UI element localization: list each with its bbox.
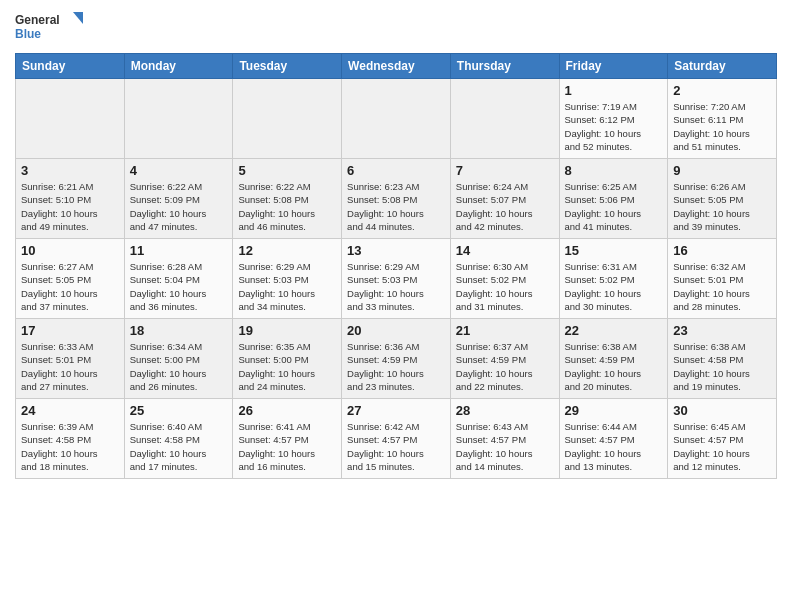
day-number: 29 (565, 403, 663, 418)
day-info: Sunrise: 6:31 AM Sunset: 5:02 PM Dayligh… (565, 260, 663, 313)
day-info: Sunrise: 6:38 AM Sunset: 4:59 PM Dayligh… (565, 340, 663, 393)
calendar-cell (450, 79, 559, 159)
day-number: 19 (238, 323, 336, 338)
day-info: Sunrise: 6:36 AM Sunset: 4:59 PM Dayligh… (347, 340, 445, 393)
calendar-cell: 5Sunrise: 6:22 AM Sunset: 5:08 PM Daylig… (233, 159, 342, 239)
day-number: 12 (238, 243, 336, 258)
day-info: Sunrise: 6:40 AM Sunset: 4:58 PM Dayligh… (130, 420, 228, 473)
calendar-cell: 3Sunrise: 6:21 AM Sunset: 5:10 PM Daylig… (16, 159, 125, 239)
calendar-cell: 24Sunrise: 6:39 AM Sunset: 4:58 PM Dayli… (16, 399, 125, 479)
calendar-cell: 15Sunrise: 6:31 AM Sunset: 5:02 PM Dayli… (559, 239, 668, 319)
day-number: 20 (347, 323, 445, 338)
day-number: 13 (347, 243, 445, 258)
page-header: General Blue (15, 10, 777, 45)
calendar-cell: 10Sunrise: 6:27 AM Sunset: 5:05 PM Dayli… (16, 239, 125, 319)
calendar-cell: 20Sunrise: 6:36 AM Sunset: 4:59 PM Dayli… (342, 319, 451, 399)
weekday-header-tuesday: Tuesday (233, 54, 342, 79)
day-info: Sunrise: 6:21 AM Sunset: 5:10 PM Dayligh… (21, 180, 119, 233)
calendar-cell (124, 79, 233, 159)
day-info: Sunrise: 6:38 AM Sunset: 4:58 PM Dayligh… (673, 340, 771, 393)
day-info: Sunrise: 6:34 AM Sunset: 5:00 PM Dayligh… (130, 340, 228, 393)
day-info: Sunrise: 6:27 AM Sunset: 5:05 PM Dayligh… (21, 260, 119, 313)
day-number: 18 (130, 323, 228, 338)
calendar-cell: 16Sunrise: 6:32 AM Sunset: 5:01 PM Dayli… (668, 239, 777, 319)
calendar-cell: 30Sunrise: 6:45 AM Sunset: 4:57 PM Dayli… (668, 399, 777, 479)
day-number: 21 (456, 323, 554, 338)
weekday-header-thursday: Thursday (450, 54, 559, 79)
calendar-cell: 28Sunrise: 6:43 AM Sunset: 4:57 PM Dayli… (450, 399, 559, 479)
day-number: 27 (347, 403, 445, 418)
weekday-header-wednesday: Wednesday (342, 54, 451, 79)
day-number: 9 (673, 163, 771, 178)
day-number: 1 (565, 83, 663, 98)
day-info: Sunrise: 6:41 AM Sunset: 4:57 PM Dayligh… (238, 420, 336, 473)
day-info: Sunrise: 6:44 AM Sunset: 4:57 PM Dayligh… (565, 420, 663, 473)
week-row-4: 17Sunrise: 6:33 AM Sunset: 5:01 PM Dayli… (16, 319, 777, 399)
calendar-table: SundayMondayTuesdayWednesdayThursdayFrid… (15, 53, 777, 479)
calendar-cell: 6Sunrise: 6:23 AM Sunset: 5:08 PM Daylig… (342, 159, 451, 239)
calendar-cell: 25Sunrise: 6:40 AM Sunset: 4:58 PM Dayli… (124, 399, 233, 479)
day-info: Sunrise: 6:30 AM Sunset: 5:02 PM Dayligh… (456, 260, 554, 313)
week-row-2: 3Sunrise: 6:21 AM Sunset: 5:10 PM Daylig… (16, 159, 777, 239)
calendar-cell: 29Sunrise: 6:44 AM Sunset: 4:57 PM Dayli… (559, 399, 668, 479)
day-info: Sunrise: 6:24 AM Sunset: 5:07 PM Dayligh… (456, 180, 554, 233)
day-info: Sunrise: 6:32 AM Sunset: 5:01 PM Dayligh… (673, 260, 771, 313)
day-number: 10 (21, 243, 119, 258)
day-number: 2 (673, 83, 771, 98)
day-number: 11 (130, 243, 228, 258)
day-info: Sunrise: 6:23 AM Sunset: 5:08 PM Dayligh… (347, 180, 445, 233)
day-number: 28 (456, 403, 554, 418)
weekday-header-sunday: Sunday (16, 54, 125, 79)
day-number: 24 (21, 403, 119, 418)
calendar-cell: 17Sunrise: 6:33 AM Sunset: 5:01 PM Dayli… (16, 319, 125, 399)
calendar-cell: 2Sunrise: 7:20 AM Sunset: 6:11 PM Daylig… (668, 79, 777, 159)
day-info: Sunrise: 6:35 AM Sunset: 5:00 PM Dayligh… (238, 340, 336, 393)
calendar-cell (233, 79, 342, 159)
calendar-cell: 19Sunrise: 6:35 AM Sunset: 5:00 PM Dayli… (233, 319, 342, 399)
calendar-cell: 18Sunrise: 6:34 AM Sunset: 5:00 PM Dayli… (124, 319, 233, 399)
day-info: Sunrise: 6:42 AM Sunset: 4:57 PM Dayligh… (347, 420, 445, 473)
day-number: 26 (238, 403, 336, 418)
day-info: Sunrise: 6:22 AM Sunset: 5:08 PM Dayligh… (238, 180, 336, 233)
day-info: Sunrise: 6:43 AM Sunset: 4:57 PM Dayligh… (456, 420, 554, 473)
day-info: Sunrise: 6:29 AM Sunset: 5:03 PM Dayligh… (347, 260, 445, 313)
day-number: 7 (456, 163, 554, 178)
day-info: Sunrise: 6:25 AM Sunset: 5:06 PM Dayligh… (565, 180, 663, 233)
weekday-header-monday: Monday (124, 54, 233, 79)
calendar-cell: 4Sunrise: 6:22 AM Sunset: 5:09 PM Daylig… (124, 159, 233, 239)
week-row-3: 10Sunrise: 6:27 AM Sunset: 5:05 PM Dayli… (16, 239, 777, 319)
calendar-cell: 26Sunrise: 6:41 AM Sunset: 4:57 PM Dayli… (233, 399, 342, 479)
svg-text:Blue: Blue (15, 27, 41, 41)
weekday-header-row: SundayMondayTuesdayWednesdayThursdayFrid… (16, 54, 777, 79)
day-number: 4 (130, 163, 228, 178)
calendar-cell: 9Sunrise: 6:26 AM Sunset: 5:05 PM Daylig… (668, 159, 777, 239)
day-number: 6 (347, 163, 445, 178)
logo-svg: General Blue (15, 10, 85, 45)
weekday-header-saturday: Saturday (668, 54, 777, 79)
calendar-cell: 27Sunrise: 6:42 AM Sunset: 4:57 PM Dayli… (342, 399, 451, 479)
day-info: Sunrise: 6:33 AM Sunset: 5:01 PM Dayligh… (21, 340, 119, 393)
svg-marker-2 (73, 12, 83, 24)
day-info: Sunrise: 7:20 AM Sunset: 6:11 PM Dayligh… (673, 100, 771, 153)
calendar-cell: 23Sunrise: 6:38 AM Sunset: 4:58 PM Dayli… (668, 319, 777, 399)
day-info: Sunrise: 6:26 AM Sunset: 5:05 PM Dayligh… (673, 180, 771, 233)
calendar-cell: 7Sunrise: 6:24 AM Sunset: 5:07 PM Daylig… (450, 159, 559, 239)
calendar-cell: 12Sunrise: 6:29 AM Sunset: 5:03 PM Dayli… (233, 239, 342, 319)
day-info: Sunrise: 6:29 AM Sunset: 5:03 PM Dayligh… (238, 260, 336, 313)
day-number: 22 (565, 323, 663, 338)
day-number: 14 (456, 243, 554, 258)
day-number: 23 (673, 323, 771, 338)
calendar-cell: 1Sunrise: 7:19 AM Sunset: 6:12 PM Daylig… (559, 79, 668, 159)
day-number: 3 (21, 163, 119, 178)
day-number: 25 (130, 403, 228, 418)
svg-text:General: General (15, 13, 60, 27)
week-row-5: 24Sunrise: 6:39 AM Sunset: 4:58 PM Dayli… (16, 399, 777, 479)
day-info: Sunrise: 6:28 AM Sunset: 5:04 PM Dayligh… (130, 260, 228, 313)
day-info: Sunrise: 6:22 AM Sunset: 5:09 PM Dayligh… (130, 180, 228, 233)
day-info: Sunrise: 6:45 AM Sunset: 4:57 PM Dayligh… (673, 420, 771, 473)
day-number: 8 (565, 163, 663, 178)
calendar-cell: 14Sunrise: 6:30 AM Sunset: 5:02 PM Dayli… (450, 239, 559, 319)
page-container: General Blue SundayMondayTuesdayWednesda… (0, 0, 792, 612)
calendar-cell (342, 79, 451, 159)
logo: General Blue (15, 10, 85, 45)
